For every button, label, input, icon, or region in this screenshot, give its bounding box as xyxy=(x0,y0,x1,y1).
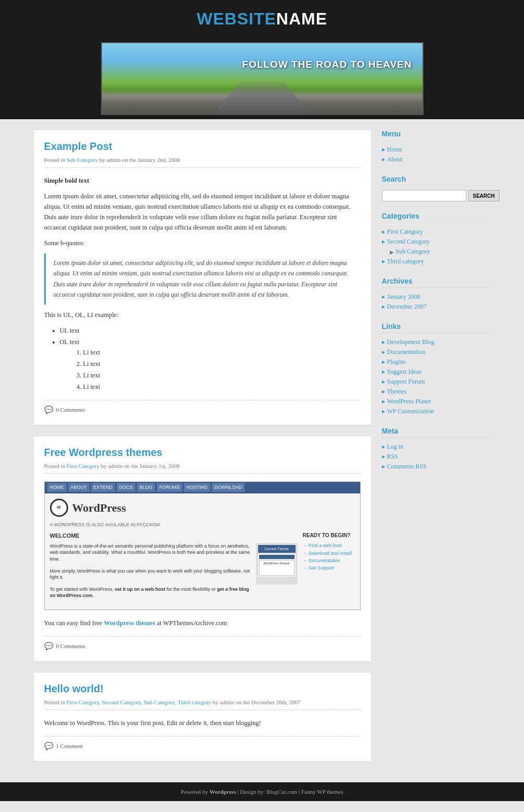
comments-link-1[interactable]: 0 Comments xyxy=(56,407,85,413)
wp-welcome: WELCOME xyxy=(50,531,298,541)
list-item: UL text xyxy=(60,325,361,336)
site-footer: Powered by Wordpress | Design by: BlogCu… xyxy=(0,782,524,801)
wp-screenshot: HOME ABOUT EXTEND DOCS BLOG FORUMS HOSTI… xyxy=(44,481,361,610)
link-themes[interactable]: Themes xyxy=(387,388,407,396)
post-para-2: You can easy find free Wordpress themes … xyxy=(44,618,361,628)
site-title-website: WEBSITE xyxy=(197,9,276,28)
category-link-sub[interactable]: Sub Category xyxy=(396,248,430,256)
wp-logo-circle: W xyxy=(50,499,68,517)
nav-home: HOME xyxy=(47,483,67,491)
link-item-themes: Themes xyxy=(382,387,491,397)
post-ul-list: UL text OL text Li text Li text Li text … xyxy=(60,325,361,392)
post-content-2: HOME ABOUT EXTEND DOCS BLOG FORUMS HOSTI… xyxy=(44,481,361,628)
comments-link-2[interactable]: 0 Comments xyxy=(56,643,85,649)
meta-link-login[interactable]: Log in xyxy=(387,443,404,451)
comment-icon: 💬 xyxy=(44,642,53,651)
archive-link-jan[interactable]: January 2008 xyxy=(387,293,420,301)
post-content-1: Simple bold text Lorem ipsum dolor sit a… xyxy=(44,175,361,392)
footer-wordpress-link[interactable]: Wordpress xyxy=(210,789,236,795)
widget-search: Search SEARCH xyxy=(382,175,491,201)
wp-theme-preview: Current Theme WordPress Default xyxy=(256,543,298,585)
category-link-third[interactable]: Third category xyxy=(387,258,424,265)
site-title: WEBSITENAME xyxy=(0,9,524,29)
category-link-second[interactable]: Second Category xyxy=(387,238,430,246)
post-title-1: Example Post xyxy=(44,141,361,153)
comments-link-3[interactable]: 1 Comment xyxy=(56,743,83,749)
link-docs[interactable]: Documentation xyxy=(387,348,426,356)
menu-link-home[interactable]: Home xyxy=(387,146,402,154)
category-item-third: Third category xyxy=(382,257,491,267)
link-item-plugins: Plugins xyxy=(382,357,491,367)
widget-categories: Categories First Category Second Categor… xyxy=(382,212,491,267)
meta-item-rss: RSS xyxy=(382,452,491,462)
search-form: SEARCH xyxy=(382,190,491,201)
widget-links: Links Development Blog Documentation Plu… xyxy=(382,322,491,416)
post-footer-2: 💬 0 Comments xyxy=(44,636,361,651)
search-input[interactable] xyxy=(382,190,466,201)
wp-nav-bar: HOME ABOUT EXTEND DOCS BLOG FORUMS HOSTI… xyxy=(45,482,360,493)
post-category-link-1[interactable]: Sub Category xyxy=(67,157,98,163)
cat-link-first[interactable]: First Category xyxy=(67,699,99,705)
meta-item-comments-rss: Comments RSS xyxy=(382,462,491,472)
banner-headline: FOLLOW THE ROAD TO HEAVEN xyxy=(242,59,412,71)
link-plugins[interactable]: Plugins xyxy=(387,358,406,366)
link-suggest[interactable]: Suggest Ideas xyxy=(387,368,421,376)
category-item-sub: Sub Category xyxy=(390,247,491,257)
comment-icon: 💬 xyxy=(44,742,53,751)
footer-design-text: | Design by: xyxy=(236,789,266,795)
archive-item-jan: January 2008 xyxy=(382,292,491,302)
list-item: Li text xyxy=(83,347,361,358)
post-title-link-1[interactable]: Example Post xyxy=(44,141,112,152)
link-wp-custom[interactable]: WP Customization xyxy=(387,408,434,415)
cat-link-second[interactable]: Second Category xyxy=(102,699,141,705)
post-title-link-2[interactable]: Free Wordpress themes xyxy=(44,447,163,458)
post-para-1: Lorem ipsum dolor sit amet, consectetur … xyxy=(44,191,361,233)
widget-menu: Menu Home About xyxy=(382,130,491,164)
post-meta-3: Posted in First Category, Second Categor… xyxy=(44,699,361,710)
widget-menu-heading: Menu xyxy=(382,130,491,141)
link-wp-planet[interactable]: WordPress Planet xyxy=(387,398,431,405)
link-support[interactable]: Support Forum xyxy=(387,378,425,386)
link-item-docs: Documentation xyxy=(382,347,491,357)
post-example: Example Post Posted in Sub Category by a… xyxy=(33,130,372,425)
widget-categories-heading: Categories xyxy=(382,212,491,223)
post-footer-1: 💬 0 Comments xyxy=(44,400,361,414)
wp-logo-area: W WordPress xyxy=(50,499,355,517)
category-link-first[interactable]: First Category xyxy=(387,228,423,236)
wp-welcome-content: WordPress is a state-of-the-art semantic… xyxy=(50,543,298,604)
cat-link-third[interactable]: Third category xyxy=(177,699,211,705)
meta-link-rss[interactable]: RSS xyxy=(387,453,398,461)
footer-blogcut-link[interactable]: BlogCut.com xyxy=(266,789,297,795)
wordpress-themes-link[interactable]: Wordpress themes xyxy=(104,619,156,627)
menu-item-home: Home xyxy=(382,145,491,155)
link-devblog[interactable]: Development Blog xyxy=(387,338,434,346)
wp-screenshot-body: W WordPress A WORDPRESS IS ALSO AVAILABL… xyxy=(45,493,360,610)
wp-body-cols: WELCOME WordPress is a state-of-the-art … xyxy=(50,531,355,604)
cat-link-sub[interactable]: Sub Category xyxy=(144,699,174,705)
archive-link-dec[interactable]: December 2007 xyxy=(387,303,427,311)
post-title-link-3[interactable]: Hello world! xyxy=(44,683,104,694)
search-button[interactable]: SEARCH xyxy=(468,190,500,201)
archives-list: January 2008 December 2007 xyxy=(382,292,491,312)
footer-powered-text: Powered by xyxy=(181,789,210,795)
post-content-3: Welcome to WordPress. This is your first… xyxy=(44,718,361,728)
site-title-name: NAME xyxy=(276,9,327,28)
menu-link-about[interactable]: About xyxy=(387,156,403,163)
post-hello-world: Hello world! Posted in First Category, S… xyxy=(33,672,372,762)
categories-list: First Category Second Category Sub Categ… xyxy=(382,227,491,267)
meta-link-comments-rss[interactable]: Comments RSS xyxy=(387,463,427,471)
post-title-2: Free Wordpress themes xyxy=(44,447,361,459)
menu-item-about: About xyxy=(382,155,491,164)
category-item-second: Second Category xyxy=(382,237,491,247)
widget-search-heading: Search xyxy=(382,175,491,186)
footer-funny-link[interactable]: Funny WP themes xyxy=(301,789,343,795)
post-category-link-2[interactable]: First Category xyxy=(67,463,99,469)
nav-forums: FORUMS xyxy=(157,483,182,491)
link-item-wp-planet: WordPress Planet xyxy=(382,397,491,407)
widget-meta: Meta Log in RSS Comments RSS xyxy=(382,427,491,472)
banner-image: FOLLOW THE ROAD TO HEAVEN xyxy=(101,42,424,115)
banner-container: FOLLOW THE ROAD TO HEAVEN xyxy=(0,38,524,119)
site-header: WEBSITENAME xyxy=(0,0,524,38)
nav-hosting: HOSTING xyxy=(184,483,210,491)
list-item: OL text Li text Li text Li text Li text xyxy=(60,337,361,392)
